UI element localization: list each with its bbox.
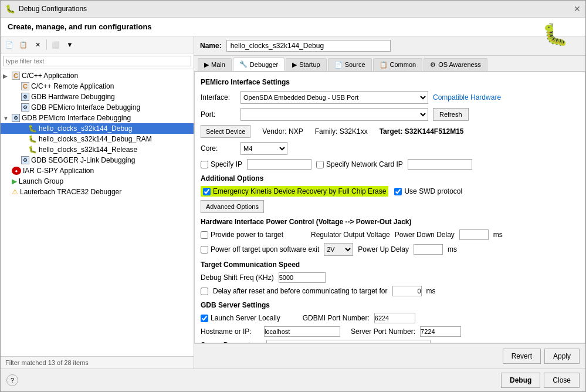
power-up-unit: ms xyxy=(448,245,457,254)
cfg-icon: ⚙ xyxy=(21,93,29,101)
gdbmi-port-label: GDBMI Port Number: xyxy=(303,314,370,322)
network-card-input[interactable] xyxy=(408,159,472,170)
server-port-input[interactable] xyxy=(420,326,461,337)
window: 🐛 Debug Configurations ✕ Create, manage,… xyxy=(0,0,586,392)
power-off-label: Power off target upon software exit xyxy=(201,245,319,254)
hw-power-title: Hardware Interface Power Control (Voltag… xyxy=(201,218,579,226)
power-down-input[interactable] xyxy=(459,229,489,240)
vendor-row: Select Device Vendor: NXP Family: S32K1x… xyxy=(201,125,579,138)
specify-ip-input[interactable] xyxy=(247,159,311,170)
gdb-server-section: GDB Server Settings Launch Server Locall… xyxy=(201,301,579,343)
launch-server-label: Launch Server Locally xyxy=(201,314,280,322)
close-button[interactable]: Close xyxy=(544,373,580,388)
tree-item-iar[interactable]: ● IAR C-SPY Application xyxy=(1,165,194,176)
regulator-label: Regulator Output Voltage xyxy=(311,231,390,239)
debug-shift-input[interactable] xyxy=(279,272,326,283)
select-device-button[interactable]: Select Device xyxy=(201,125,250,138)
help-icon[interactable]: ? xyxy=(6,374,18,386)
power-off-checkbox[interactable] xyxy=(201,246,208,254)
advanced-options-button[interactable]: Advanced Options xyxy=(201,200,264,213)
revert-button[interactable]: Revert xyxy=(503,349,541,364)
tree-item-launch-group[interactable]: ▶ Launch Group xyxy=(1,176,194,187)
filter-box xyxy=(1,53,194,69)
tab-source[interactable]: 📄 Source xyxy=(328,58,372,71)
advanced-options-row: Advanced Options xyxy=(201,200,579,213)
title-bar-left: 🐛 Debug Configurations xyxy=(5,4,87,13)
filter-input[interactable] xyxy=(3,56,191,66)
emergency-checkbox[interactable] xyxy=(203,188,211,195)
warn-icon: ⚠ xyxy=(12,188,18,196)
core-label: Core: xyxy=(201,144,236,153)
tree-label: IAR C-SPY Application xyxy=(23,167,94,175)
tree-label: hello_clocks_s32k144_Release xyxy=(39,146,137,154)
left-footer: Filter matched 13 of 28 items xyxy=(1,356,194,369)
filter-button[interactable]: ⬜ xyxy=(49,38,62,51)
tab-source-icon: 📄 xyxy=(334,61,343,69)
tab-main-label: Main xyxy=(211,61,225,68)
debug-button[interactable]: Debug xyxy=(501,373,540,388)
gdbmi-port-input[interactable] xyxy=(374,313,415,323)
power-up-input[interactable] xyxy=(414,244,443,255)
tab-os-awareness[interactable]: ⚙ OS Awareness xyxy=(424,58,487,71)
network-card-label: Specify Network Card IP xyxy=(316,160,403,168)
tab-common[interactable]: 📋 Common xyxy=(373,58,423,71)
name-input[interactable] xyxy=(226,40,391,52)
tab-startup-icon: ▶ xyxy=(292,61,297,69)
compatible-hw-link[interactable]: Compatible Hardware xyxy=(433,93,501,102)
tab-startup[interactable]: ▶ Startup xyxy=(286,58,326,71)
iar-icon: ● xyxy=(12,167,21,175)
tree-item-hello-debug-ram[interactable]: 🐛 hello_clocks_s32k144_Debug_RAM xyxy=(1,134,194,144)
tree-item-cpp-app[interactable]: ▶ C C/C++ Application xyxy=(1,70,194,81)
tree-label: C/C++ Remote Application xyxy=(31,82,114,90)
duplicate-button[interactable]: 📋 xyxy=(17,38,30,51)
main-content: 📄 📋 ✕ ⬜ ▼ ▶ C C/C++ Application xyxy=(1,36,585,369)
tree-label: GDB PEMicro Interface Debugging xyxy=(22,114,131,122)
apply-button[interactable]: Apply xyxy=(544,349,580,364)
filter-dropdown-button[interactable]: ▼ xyxy=(63,38,76,51)
power-off-row: Power off target upon software exit 2V P… xyxy=(201,243,579,256)
tree-item-gdb-pemicro-folder[interactable]: ▼ ⚙ GDB PEMicro Interface Debugging xyxy=(1,113,194,123)
launch-server-checkbox[interactable] xyxy=(201,315,208,322)
expand-icon: ▶ xyxy=(3,73,10,79)
voltage-select[interactable]: 2V xyxy=(324,243,353,256)
swd-checkbox[interactable] xyxy=(394,188,402,195)
core-select[interactable]: M4 xyxy=(241,142,287,155)
hostname-input[interactable] xyxy=(264,326,340,337)
speed-section: Target Communication Speed Debug Shift F… xyxy=(201,261,579,296)
debug-shift-label: Debug Shift Freq (KHz) xyxy=(201,273,274,282)
delay-checkbox[interactable] xyxy=(201,288,208,295)
refresh-button[interactable]: Refresh xyxy=(433,108,469,121)
provide-power-label: Provide power to target xyxy=(201,231,306,239)
tree-item-gdb-hw[interactable]: ⚙ GDB Hardware Debugging xyxy=(1,92,194,102)
delay-input[interactable] xyxy=(392,286,422,296)
tree-item-hello-release[interactable]: 🐛 hello_clocks_s32k144_Release xyxy=(1,144,194,155)
delay-unit: ms xyxy=(426,287,436,295)
vendor-info: Vendor: NXP xyxy=(262,127,303,136)
delete-button[interactable]: ✕ xyxy=(31,38,44,51)
tree-item-gdb-segger[interactable]: ⚙ GDB SEGGER J-Link Debugging xyxy=(1,155,194,165)
tree-item-hello-debug[interactable]: 🐛 hello_clocks_s32k144_Debug xyxy=(1,123,194,134)
specify-ip-checkbox[interactable] xyxy=(201,161,208,168)
tab-debugger[interactable]: 🔧 Debugger xyxy=(233,58,284,71)
close-button[interactable]: ✕ xyxy=(574,4,581,13)
interface-label: Interface: xyxy=(201,93,236,102)
speed-title: Target Communication Speed xyxy=(201,261,300,269)
new-config-button[interactable]: 📄 xyxy=(3,38,16,51)
tab-source-label: Source xyxy=(345,61,365,68)
tab-main[interactable]: ▶ Main xyxy=(198,58,232,71)
emergency-label: Emergency Kinetis Device Recovery by Ful… xyxy=(201,186,388,197)
speed-header-row: Target Communication Speed xyxy=(201,261,579,269)
interface-select[interactable]: OpenSDA Embedded Debug - USB Port xyxy=(241,91,428,104)
provide-power-checkbox[interactable] xyxy=(201,231,208,239)
tree-item-lauterbach[interactable]: ⚠ Lauterbach TRACE32 Debugger xyxy=(1,187,194,197)
launch-icon: ▶ xyxy=(12,177,17,185)
delay-row: Delay after reset and before communicati… xyxy=(201,286,579,296)
tab-common-label: Common xyxy=(390,61,416,68)
toolbar: 📄 📋 ✕ ⬜ ▼ xyxy=(1,36,194,53)
options-row: Emergency Kinetis Device Recovery by Ful… xyxy=(201,186,579,197)
port-select[interactable] xyxy=(241,108,428,121)
tree-item-gdb-pemicro-1[interactable]: ⚙ GDB PEMicro Interface Debugging xyxy=(1,102,194,113)
launch-server-text: Launch Server Locally xyxy=(211,314,280,322)
tree-item-cpp-remote[interactable]: C C/C++ Remote Application xyxy=(1,81,194,92)
network-card-checkbox[interactable] xyxy=(316,161,324,168)
